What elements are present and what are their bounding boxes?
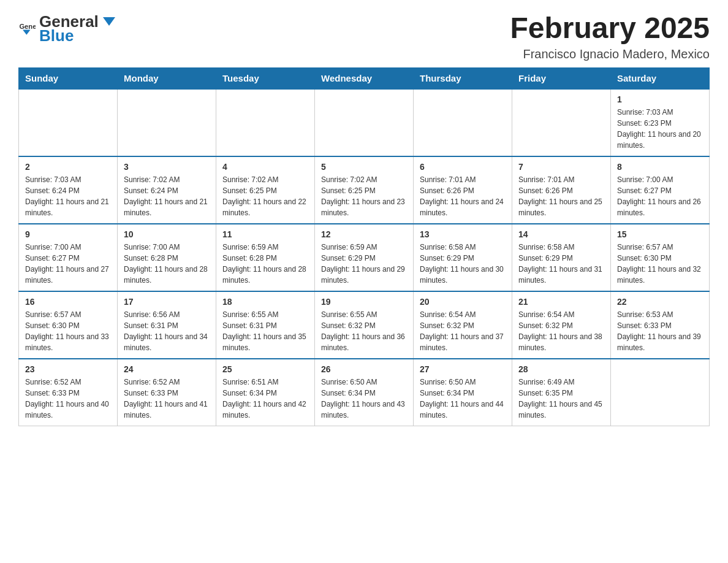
day-info: Sunrise: 6:51 AM Sunset: 6:34 PM Dayligh… [222,377,308,421]
day-info: Sunrise: 7:02 AM Sunset: 6:25 PM Dayligh… [222,174,308,218]
month-title: February 2025 [510,12,710,45]
day-cell [315,89,414,156]
day-cell [414,89,512,156]
svg-text:General: General [19,23,36,30]
day-cell: 25Sunrise: 6:51 AM Sunset: 6:34 PM Dayli… [216,359,315,426]
day-number: 16 [25,297,111,307]
svg-marker-2 [103,17,115,26]
day-cell: 4Sunrise: 7:02 AM Sunset: 6:25 PM Daylig… [216,156,315,224]
day-number: 11 [222,229,308,239]
logo: General General Blue [18,12,119,45]
day-cell [611,359,710,426]
day-info: Sunrise: 7:01 AM Sunset: 6:26 PM Dayligh… [420,174,506,218]
day-number: 15 [617,229,703,239]
day-info: Sunrise: 7:02 AM Sunset: 6:24 PM Dayligh… [124,174,210,218]
location-title: Francisco Ignacio Madero, Mexico [510,47,710,61]
day-cell [512,89,611,156]
day-number: 2 [25,162,111,172]
day-number: 28 [518,364,604,374]
day-number: 20 [420,297,506,307]
day-info: Sunrise: 7:03 AM Sunset: 6:24 PM Dayligh… [25,174,111,218]
title-block: February 2025 Francisco Ignacio Madero, … [510,12,710,61]
week-row-3: 9Sunrise: 7:00 AM Sunset: 6:27 PM Daylig… [19,224,710,291]
day-info: Sunrise: 7:00 AM Sunset: 6:27 PM Dayligh… [25,242,111,286]
day-cell: 19Sunrise: 6:55 AM Sunset: 6:32 PM Dayli… [315,291,414,359]
day-cell: 8Sunrise: 7:00 AM Sunset: 6:27 PM Daylig… [611,156,710,224]
day-cell: 11Sunrise: 6:59 AM Sunset: 6:28 PM Dayli… [216,224,315,291]
day-cell: 24Sunrise: 6:52 AM Sunset: 6:33 PM Dayli… [118,359,216,426]
week-row-2: 2Sunrise: 7:03 AM Sunset: 6:24 PM Daylig… [19,156,710,224]
day-number: 19 [321,297,407,307]
logo-icon: General [18,20,36,37]
day-info: Sunrise: 7:00 AM Sunset: 6:27 PM Dayligh… [617,174,703,218]
day-cell: 6Sunrise: 7:01 AM Sunset: 6:26 PM Daylig… [414,156,512,224]
svg-marker-1 [23,29,31,34]
day-info: Sunrise: 6:57 AM Sunset: 6:30 PM Dayligh… [25,309,111,353]
week-row-5: 23Sunrise: 6:52 AM Sunset: 6:33 PM Dayli… [19,359,710,426]
day-cell: 15Sunrise: 6:57 AM Sunset: 6:30 PM Dayli… [611,224,710,291]
day-number: 25 [222,364,308,374]
day-number: 27 [420,364,506,374]
day-cell [118,89,216,156]
day-info: Sunrise: 6:59 AM Sunset: 6:28 PM Dayligh… [222,242,308,286]
day-cell: 27Sunrise: 6:50 AM Sunset: 6:34 PM Dayli… [414,359,512,426]
day-info: Sunrise: 6:52 AM Sunset: 6:33 PM Dayligh… [124,377,210,421]
week-row-1: 1Sunrise: 7:03 AM Sunset: 6:23 PM Daylig… [19,89,710,156]
day-cell: 13Sunrise: 6:58 AM Sunset: 6:29 PM Dayli… [414,224,512,291]
day-number: 17 [124,297,210,307]
day-number: 7 [518,162,604,172]
day-cell: 1Sunrise: 7:03 AM Sunset: 6:23 PM Daylig… [611,89,710,156]
day-info: Sunrise: 6:50 AM Sunset: 6:34 PM Dayligh… [420,377,506,421]
day-cell: 10Sunrise: 7:00 AM Sunset: 6:28 PM Dayli… [118,224,216,291]
day-number: 23 [25,364,111,374]
weekday-header-monday: Monday [118,67,216,89]
day-number: 4 [222,162,308,172]
week-row-4: 16Sunrise: 6:57 AM Sunset: 6:30 PM Dayli… [19,291,710,359]
day-number: 21 [518,297,604,307]
day-number: 5 [321,162,407,172]
day-cell: 3Sunrise: 7:02 AM Sunset: 6:24 PM Daylig… [118,156,216,224]
weekday-header-thursday: Thursday [414,67,512,89]
day-info: Sunrise: 6:52 AM Sunset: 6:33 PM Dayligh… [25,377,111,421]
day-number: 12 [321,229,407,239]
day-number: 8 [617,162,703,172]
day-info: Sunrise: 6:53 AM Sunset: 6:33 PM Dayligh… [617,309,703,353]
day-number: 18 [222,297,308,307]
day-info: Sunrise: 6:56 AM Sunset: 6:31 PM Dayligh… [124,309,210,353]
day-cell: 21Sunrise: 6:54 AM Sunset: 6:32 PM Dayli… [512,291,611,359]
day-cell: 12Sunrise: 6:59 AM Sunset: 6:29 PM Dayli… [315,224,414,291]
day-info: Sunrise: 6:57 AM Sunset: 6:30 PM Dayligh… [617,242,703,286]
calendar-table: SundayMondayTuesdayWednesdayThursdayFrid… [18,67,710,426]
day-info: Sunrise: 6:59 AM Sunset: 6:29 PM Dayligh… [321,242,407,286]
day-cell: 9Sunrise: 7:00 AM Sunset: 6:27 PM Daylig… [19,224,118,291]
day-cell: 22Sunrise: 6:53 AM Sunset: 6:33 PM Dayli… [611,291,710,359]
day-number: 24 [124,364,210,374]
weekday-header-saturday: Saturday [611,67,710,89]
day-number: 6 [420,162,506,172]
day-cell: 18Sunrise: 6:55 AM Sunset: 6:31 PM Dayli… [216,291,315,359]
day-info: Sunrise: 6:58 AM Sunset: 6:29 PM Dayligh… [420,242,506,286]
day-info: Sunrise: 6:55 AM Sunset: 6:31 PM Dayligh… [222,309,308,353]
day-cell: 23Sunrise: 6:52 AM Sunset: 6:33 PM Dayli… [19,359,118,426]
weekday-header-sunday: Sunday [19,67,118,89]
day-cell: 16Sunrise: 6:57 AM Sunset: 6:30 PM Dayli… [19,291,118,359]
day-number: 10 [124,229,210,239]
weekday-header-friday: Friday [512,67,611,89]
day-cell: 20Sunrise: 6:54 AM Sunset: 6:32 PM Dayli… [414,291,512,359]
day-cell: 17Sunrise: 6:56 AM Sunset: 6:31 PM Dayli… [118,291,216,359]
logo-triangle [100,16,118,27]
day-cell: 14Sunrise: 6:58 AM Sunset: 6:29 PM Dayli… [512,224,611,291]
day-cell [216,89,315,156]
weekday-header-tuesday: Tuesday [216,67,315,89]
day-number: 14 [518,229,604,239]
day-info: Sunrise: 7:03 AM Sunset: 6:23 PM Dayligh… [617,107,703,151]
day-info: Sunrise: 7:00 AM Sunset: 6:28 PM Dayligh… [124,242,210,286]
day-number: 22 [617,297,703,307]
day-number: 9 [25,229,111,239]
day-info: Sunrise: 6:54 AM Sunset: 6:32 PM Dayligh… [518,309,604,353]
day-number: 13 [420,229,506,239]
day-info: Sunrise: 7:02 AM Sunset: 6:25 PM Dayligh… [321,174,407,218]
day-number: 3 [124,162,210,172]
day-number: 1 [617,94,703,104]
day-cell: 2Sunrise: 7:03 AM Sunset: 6:24 PM Daylig… [19,156,118,224]
